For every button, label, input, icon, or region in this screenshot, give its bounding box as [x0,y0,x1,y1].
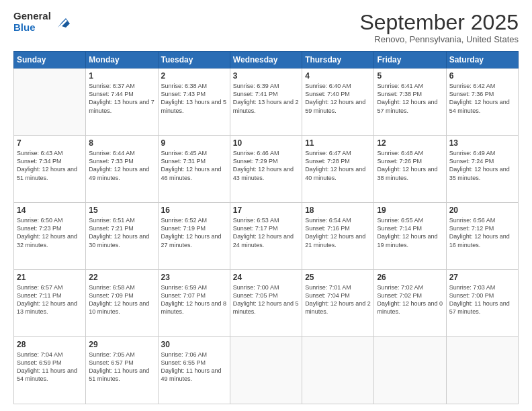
calendar-cell: 21Sunrise: 6:57 AM Sunset: 7:11 PM Dayli… [14,270,86,337]
calendar-cell: 4Sunrise: 6:40 AM Sunset: 7:40 PM Daylig… [302,68,374,136]
cell-info: Sunrise: 7:01 AM Sunset: 7:04 PM Dayligh… [305,283,371,316]
day-number: 28 [17,340,83,349]
cell-info: Sunrise: 6:54 AM Sunset: 7:16 PM Dayligh… [305,216,371,249]
cell-info: Sunrise: 6:49 AM Sunset: 7:24 PM Dayligh… [449,149,515,182]
cell-info: Sunrise: 6:44 AM Sunset: 7:33 PM Dayligh… [89,149,154,182]
week-row-3: 21Sunrise: 6:57 AM Sunset: 7:11 PM Dayli… [14,270,519,337]
col-wednesday: Wednesday [230,52,302,68]
day-number: 6 [449,71,515,81]
day-number: 7 [17,138,83,148]
logo-general: General [13,11,51,22]
calendar-cell: 18Sunrise: 6:54 AM Sunset: 7:16 PM Dayli… [302,203,374,270]
cell-info: Sunrise: 6:43 AM Sunset: 7:34 PM Dayligh… [17,149,83,182]
calendar-cell [446,337,518,404]
calendar-cell: 15Sunrise: 6:51 AM Sunset: 7:21 PM Dayli… [86,203,158,270]
cell-info: Sunrise: 6:52 AM Sunset: 7:19 PM Dayligh… [161,216,227,249]
calendar-cell: 14Sunrise: 6:50 AM Sunset: 7:23 PM Dayli… [14,203,86,270]
cell-info: Sunrise: 7:06 AM Sunset: 6:55 PM Dayligh… [161,351,227,383]
day-number: 24 [233,273,299,282]
logo-text: General Blue [13,11,51,33]
day-number: 27 [449,273,515,282]
cell-info: Sunrise: 6:39 AM Sunset: 7:41 PM Dayligh… [233,82,299,115]
cell-info: Sunrise: 7:02 AM Sunset: 7:02 PM Dayligh… [377,283,443,316]
day-number: 12 [377,138,443,148]
cell-info: Sunrise: 7:03 AM Sunset: 7:00 PM Dayligh… [449,283,515,316]
day-number: 4 [305,71,371,81]
day-number: 29 [89,340,154,349]
cell-info: Sunrise: 6:45 AM Sunset: 7:31 PM Dayligh… [161,149,227,182]
cell-info: Sunrise: 6:53 AM Sunset: 7:17 PM Dayligh… [233,216,299,249]
col-tuesday: Tuesday [158,52,230,68]
cell-info: Sunrise: 6:42 AM Sunset: 7:36 PM Dayligh… [449,82,515,115]
location: Renovo, Pennsylvania, United States [359,34,519,44]
day-number: 9 [161,138,227,148]
day-number: 20 [449,205,515,215]
calendar-cell: 6Sunrise: 6:42 AM Sunset: 7:36 PM Daylig… [446,68,518,136]
day-number: 25 [305,273,371,282]
calendar-cell: 26Sunrise: 7:02 AM Sunset: 7:02 PM Dayli… [374,270,446,337]
week-row-2: 14Sunrise: 6:50 AM Sunset: 7:23 PM Dayli… [14,203,519,270]
calendar-cell: 10Sunrise: 6:46 AM Sunset: 7:29 PM Dayli… [230,136,302,203]
day-number: 8 [89,138,154,148]
day-number: 11 [305,138,371,148]
calendar-cell: 12Sunrise: 6:48 AM Sunset: 7:26 PM Dayli… [374,136,446,203]
calendar-cell: 17Sunrise: 6:53 AM Sunset: 7:17 PM Dayli… [230,203,302,270]
calendar-cell: 7Sunrise: 6:43 AM Sunset: 7:34 PM Daylig… [14,136,86,203]
cell-info: Sunrise: 6:47 AM Sunset: 7:28 PM Dayligh… [305,149,371,182]
cell-info: Sunrise: 6:46 AM Sunset: 7:29 PM Dayligh… [233,149,299,182]
day-number: 23 [161,273,227,282]
month-title: September 2025 [359,11,519,34]
calendar-table: Sunday Monday Tuesday Wednesday Thursday… [13,51,519,404]
day-number: 13 [449,138,515,148]
calendar-cell: 16Sunrise: 6:52 AM Sunset: 7:19 PM Dayli… [158,203,230,270]
calendar-cell [14,68,86,136]
calendar-cell [302,337,374,404]
calendar-cell: 1Sunrise: 6:37 AM Sunset: 7:44 PM Daylig… [86,68,158,136]
calendar-cell: 8Sunrise: 6:44 AM Sunset: 7:33 PM Daylig… [86,136,158,203]
calendar-cell: 24Sunrise: 7:00 AM Sunset: 7:05 PM Dayli… [230,270,302,337]
header-row: Sunday Monday Tuesday Wednesday Thursday… [14,52,519,68]
calendar-cell: 23Sunrise: 6:59 AM Sunset: 7:07 PM Dayli… [158,270,230,337]
cell-info: Sunrise: 6:56 AM Sunset: 7:12 PM Dayligh… [449,216,515,249]
col-sunday: Sunday [14,52,86,68]
calendar-cell: 30Sunrise: 7:06 AM Sunset: 6:55 PM Dayli… [158,337,230,404]
cell-info: Sunrise: 6:57 AM Sunset: 7:11 PM Dayligh… [17,283,83,316]
cell-info: Sunrise: 6:38 AM Sunset: 7:43 PM Dayligh… [161,82,227,115]
logo: General Blue [13,11,71,33]
cell-info: Sunrise: 7:04 AM Sunset: 6:59 PM Dayligh… [17,351,83,383]
calendar-cell: 5Sunrise: 6:41 AM Sunset: 7:38 PM Daylig… [374,68,446,136]
col-thursday: Thursday [302,52,374,68]
cell-info: Sunrise: 7:00 AM Sunset: 7:05 PM Dayligh… [233,283,299,316]
calendar-cell: 29Sunrise: 7:05 AM Sunset: 6:57 PM Dayli… [86,337,158,404]
logo-blue: Blue [13,22,51,34]
day-number: 5 [377,71,443,81]
calendar-cell: 9Sunrise: 6:45 AM Sunset: 7:31 PM Daylig… [158,136,230,203]
calendar-page: General Blue September 2025 Renovo, Penn… [0,0,532,411]
cell-info: Sunrise: 6:58 AM Sunset: 7:09 PM Dayligh… [89,283,154,316]
cell-info: Sunrise: 6:48 AM Sunset: 7:26 PM Dayligh… [377,149,443,182]
day-number: 10 [233,138,299,148]
col-monday: Monday [86,52,158,68]
day-number: 19 [377,205,443,215]
col-saturday: Saturday [446,52,518,68]
week-row-0: 1Sunrise: 6:37 AM Sunset: 7:44 PM Daylig… [14,68,519,136]
day-number: 16 [161,205,227,215]
calendar-cell: 11Sunrise: 6:47 AM Sunset: 7:28 PM Dayli… [302,136,374,203]
cell-info: Sunrise: 7:05 AM Sunset: 6:57 PM Dayligh… [89,351,154,383]
day-number: 3 [233,71,299,81]
calendar-cell: 13Sunrise: 6:49 AM Sunset: 7:24 PM Dayli… [446,136,518,203]
calendar-cell: 20Sunrise: 6:56 AM Sunset: 7:12 PM Dayli… [446,203,518,270]
cell-info: Sunrise: 6:37 AM Sunset: 7:44 PM Dayligh… [89,82,154,115]
day-number: 14 [17,205,83,215]
day-number: 26 [377,273,443,282]
calendar-cell: 22Sunrise: 6:58 AM Sunset: 7:09 PM Dayli… [86,270,158,337]
col-friday: Friday [374,52,446,68]
day-number: 2 [161,71,227,81]
calendar-cell: 2Sunrise: 6:38 AM Sunset: 7:43 PM Daylig… [158,68,230,136]
calendar-cell: 27Sunrise: 7:03 AM Sunset: 7:00 PM Dayli… [446,270,518,337]
day-number: 15 [89,205,154,215]
calendar-body: 1Sunrise: 6:37 AM Sunset: 7:44 PM Daylig… [14,68,519,404]
cell-info: Sunrise: 6:55 AM Sunset: 7:14 PM Dayligh… [377,216,443,249]
day-number: 21 [17,273,83,282]
logo-icon [52,13,71,32]
